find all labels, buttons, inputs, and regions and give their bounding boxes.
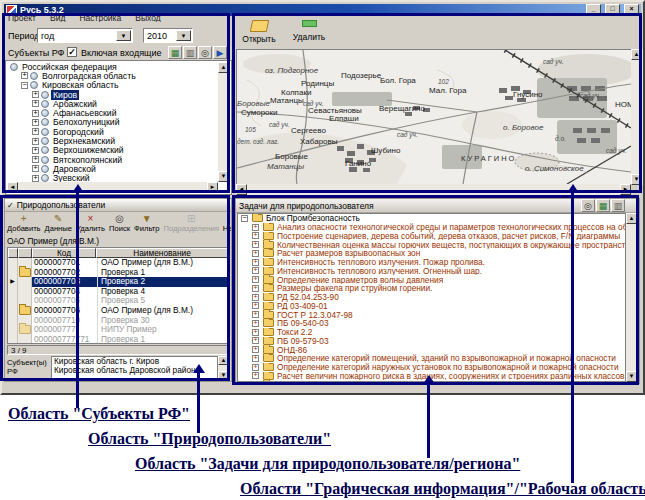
card-icon[interactable]: ▥: [611, 199, 625, 212]
code-column-header[interactable]: Код: [32, 248, 96, 258]
scroll-left-icon[interactable]: ◄: [7, 182, 18, 193]
expand-icon[interactable]: +: [32, 175, 39, 182]
task-item[interactable]: +ПБ 09-540-03: [238, 319, 625, 328]
chevron-down-icon[interactable]: ▼: [116, 30, 131, 41]
scroll-down-icon[interactable]: ▼: [218, 371, 229, 380]
card-icon[interactable]: ▥: [183, 46, 197, 59]
hierarchy-icon[interactable]: ▦: [168, 46, 182, 59]
table-row[interactable]: 000000777771Проверка 1: [8, 335, 228, 344]
year-select[interactable]: 2010 ▼: [143, 28, 193, 43]
map-hscrollbar[interactable]: ◄ ►: [236, 184, 631, 195]
expand-icon[interactable]: +: [252, 232, 259, 239]
scroll-up-icon[interactable]: ▲: [626, 213, 637, 224]
edit-data-button[interactable]: ✎Данные: [43, 212, 74, 236]
task-item[interactable]: +Токси 2.2: [238, 328, 625, 337]
scroll-up-icon[interactable]: ▲: [631, 49, 642, 60]
name-column-header[interactable]: Наименование: [96, 248, 228, 258]
expand-icon[interactable]: +: [252, 372, 259, 379]
table-row[interactable]: ▶0000007703Проверка 2: [8, 277, 228, 287]
task-item[interactable]: +РД 03-409-01: [238, 302, 625, 311]
delete-map-button[interactable]: Удалить: [287, 20, 331, 42]
collapse-icon[interactable]: −: [241, 215, 248, 222]
subjects-tree-hscrollbar[interactable]: ◄ ►: [7, 182, 218, 193]
task-item[interactable]: +ПБ 09-579-03: [238, 337, 625, 346]
expand-icon[interactable]: +: [252, 355, 259, 362]
scroll-right-icon[interactable]: ►: [620, 184, 631, 195]
open-button[interactable]: Открыть: [237, 20, 281, 44]
tree-item[interactable]: +Даровской: [7, 164, 218, 173]
tree-item[interactable]: +Верхошижемский: [7, 146, 218, 155]
find-icon[interactable]: ◎: [581, 199, 595, 212]
tree-item[interactable]: +Богородский: [7, 127, 218, 136]
scroll-up-icon[interactable]: ▲: [218, 62, 229, 73]
task-item[interactable]: +ОНД-86: [238, 345, 625, 354]
task-root-item[interactable]: −Блок Промбезопасность: [238, 214, 625, 223]
include-checkbox[interactable]: ✓: [67, 47, 77, 57]
expand-icon[interactable]: +: [252, 329, 259, 336]
table-row[interactable]: 0000007706ОАО Пример (для В.М.): [8, 306, 228, 316]
scroll-down-icon[interactable]: ▼: [218, 171, 229, 182]
table-row[interactable]: 0000007702Проверка 1: [8, 268, 228, 278]
expand-icon[interactable]: +: [252, 267, 259, 274]
task-item[interactable]: +ГОСТ Р 12.3.047-98: [238, 310, 625, 319]
map-icon[interactable]: ▶: [213, 46, 227, 59]
tree-item[interactable]: +Афанасьевский: [7, 108, 218, 117]
list-item[interactable]: Кировская область Даровской район: [52, 366, 217, 375]
task-item[interactable]: +Определение категорий наружных установо…: [238, 363, 625, 372]
expand-icon[interactable]: +: [21, 72, 28, 79]
hierarchy-icon[interactable]: ▦: [596, 199, 610, 212]
expand-icon[interactable]: +: [252, 381, 259, 382]
menu-item-вид[interactable]: Вид: [50, 13, 65, 22]
expand-icon[interactable]: +: [32, 110, 39, 117]
menu-item-настройка[interactable]: Настройка: [79, 13, 121, 22]
expand-icon[interactable]: +: [252, 285, 259, 292]
tree-item[interactable]: +Зуевский: [7, 174, 218, 182]
scroll-up-icon[interactable]: ▲: [218, 356, 229, 365]
task-item[interactable]: +Интенсивность теплового излучения. Огне…: [238, 267, 625, 276]
expand-icon[interactable]: +: [252, 337, 259, 344]
add-button[interactable]: +Добавить: [5, 212, 43, 236]
expand-icon[interactable]: +: [32, 156, 39, 163]
table-row[interactable]: 0000007701ОАО Пример (для В.М.): [8, 258, 228, 268]
map-view[interactable]: оз. ПодгорноеПодозерьеРодинцыБол. ГораМа…: [236, 49, 632, 185]
collapse-check-icon[interactable]: ✓: [7, 201, 14, 210]
filter-button[interactable]: ▼Фильтр: [132, 212, 162, 236]
users-panel-header[interactable]: ✓ Природопользователи: [5, 199, 231, 212]
tree-item[interactable]: −Кировская область: [7, 81, 218, 90]
task-item[interactable]: +Определение категорий помещений, зданий…: [238, 354, 625, 363]
expand-icon[interactable]: +: [252, 346, 259, 353]
task-item[interactable]: +Определение параметров волны давления: [238, 275, 625, 284]
period-select[interactable]: год ▼: [37, 28, 133, 43]
delete-button[interactable]: ×Удалить: [74, 212, 107, 236]
expand-icon[interactable]: +: [252, 250, 259, 257]
expand-icon[interactable]: +: [32, 165, 39, 172]
task-item[interactable]: +Анализ опасности технологической среды …: [238, 223, 625, 232]
collapse-icon[interactable]: −: [21, 82, 28, 89]
task-item[interactable]: +Количественная оценка массы горючих вещ…: [238, 240, 625, 249]
task-item[interactable]: +Расчет размеров взрывоопасных зон: [238, 249, 625, 258]
find-icon[interactable]: ◎: [198, 46, 212, 59]
task-item[interactable]: +Расчет величин пожарного риска в здания…: [238, 372, 625, 381]
expand-icon[interactable]: +: [32, 147, 39, 154]
tree-item[interactable]: +Вятскополянский: [7, 155, 218, 164]
tree-item[interactable]: +Волгоградская область: [7, 71, 218, 80]
expand-icon[interactable]: +: [32, 128, 39, 135]
expand-icon[interactable]: +: [252, 259, 259, 266]
scroll-down-icon[interactable]: ▼: [631, 174, 642, 185]
chevron-down-icon[interactable]: ▼: [176, 30, 191, 41]
subjects-tree-vscrollbar[interactable]: ▲ ▼: [218, 62, 230, 182]
tree-item[interactable]: +Белохолуницкий: [7, 118, 218, 127]
tasks-vscrollbar[interactable]: ▲ ▼: [626, 213, 638, 382]
expand-icon[interactable]: +: [252, 224, 259, 231]
expand-icon[interactable]: +: [252, 302, 259, 309]
scroll-left-icon[interactable]: ◄: [236, 184, 247, 195]
expand-icon[interactable]: +: [252, 311, 259, 318]
expand-icon[interactable]: +: [32, 138, 39, 145]
tree-item[interactable]: +Киров: [7, 90, 218, 99]
scroll-right-icon[interactable]: ►: [207, 182, 218, 193]
task-item[interactable]: +Размеры факела при струйном горении.: [238, 284, 625, 293]
table-row[interactable]: 0000007710Проверка 30: [8, 316, 228, 326]
tree-item[interactable]: +Верхнекамский: [7, 136, 218, 145]
expand-icon[interactable]: +: [32, 119, 39, 126]
task-item[interactable]: +Построение сценариев, дерева событий, д…: [238, 232, 625, 241]
